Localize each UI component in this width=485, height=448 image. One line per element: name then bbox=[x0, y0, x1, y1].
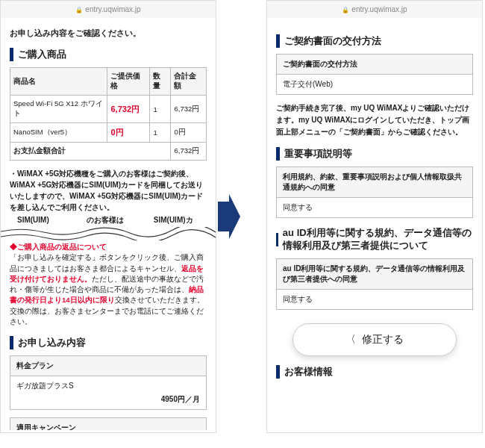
return-policy: ◆ご購入商品の返品について 「お申し込みを確定する」ボタンをクリック後、ご購入商… bbox=[10, 242, 207, 327]
section-delivery: ご契約書面の交付方法 bbox=[276, 34, 473, 48]
th-name: 商品名 bbox=[10, 68, 107, 96]
section-auid: au ID利用等に関する規約、データ通信等の情報利用及び第三者提供について bbox=[276, 227, 473, 252]
section-application: お申し込み内容 bbox=[10, 336, 207, 349]
th-qty: 数量 bbox=[150, 68, 171, 96]
edit-button[interactable]: 〈 修正する bbox=[292, 323, 457, 356]
section-important: 重要事項説明等 bbox=[276, 147, 473, 161]
th-price: ご提供価格 bbox=[107, 68, 150, 96]
table-row-total: お支払金額合計 6,732円 bbox=[10, 143, 207, 161]
purchase-note-cut: SIM(UIM) のお客様は SIM(UIM)カ bbox=[10, 214, 207, 225]
right-content: ご契約書面の交付方法 ご契約書面の交付方法 電子交付(Web) ご契約手続き完了… bbox=[267, 18, 482, 430]
section-purchase: ご購入商品 bbox=[10, 48, 207, 61]
table-row: NanoSIM（ver5） 0円 1 0円 bbox=[10, 123, 207, 143]
th-total: 合計金額 bbox=[171, 68, 207, 96]
table-row: Speed Wi-Fi 5G X12 ホワイト 6,732円 1 6,732円 bbox=[10, 96, 207, 123]
lead-text: お申し込み内容をご確認ください。 bbox=[10, 28, 207, 39]
agree-card-2: au ID利用等に関する規約、データ通信等の情報利用及び第三者提供への同意 同意… bbox=[276, 258, 473, 310]
tear-graphic bbox=[1, 227, 216, 240]
address-bar: entry.uqwimax.jp bbox=[267, 1, 482, 18]
purchase-table: 商品名 ご提供価格 数量 合計金額 Speed Wi-Fi 5G X12 ホワイ… bbox=[10, 67, 207, 161]
left-content: お申し込み内容をご確認ください。 ご購入商品 商品名 ご提供価格 数量 合計金額… bbox=[1, 18, 216, 430]
delivery-card: ご契約書面の交付方法 電子交付(Web) bbox=[276, 54, 473, 95]
agree-card-1: 利用規約、約款、重要事項説明および個人情報取扱共通規約への同意 同意する bbox=[276, 167, 473, 218]
right-screen: entry.uqwimax.jp ご契約書面の交付方法 ご契約書面の交付方法 電… bbox=[266, 0, 483, 433]
chevron-left-icon: 〈 bbox=[345, 333, 356, 346]
section-customer: お客様情報 bbox=[276, 365, 473, 379]
address-bar: entry.uqwimax.jp bbox=[1, 1, 216, 18]
arrow-icon bbox=[218, 194, 240, 239]
svg-marker-0 bbox=[218, 194, 240, 239]
purchase-note: ・WiMAX +5G対応機種をご購入のお客様はご契約後、WiMAX +5G対応機… bbox=[10, 168, 207, 213]
plan-card: 料金プラン ギガ放題プラスS 4950円／月 bbox=[10, 355, 207, 410]
left-screen: entry.uqwimax.jp お申し込み内容をご確認ください。 ご購入商品 … bbox=[0, 0, 216, 433]
delivery-info: ご契約手続き完了後、my UQ WiMAXよりご確認いただけます。my UQ W… bbox=[276, 102, 473, 138]
campaign-card: 適用キャンペーン WiMAX ＋5G割 -682円×最大13ヶ月間 bbox=[10, 417, 207, 430]
